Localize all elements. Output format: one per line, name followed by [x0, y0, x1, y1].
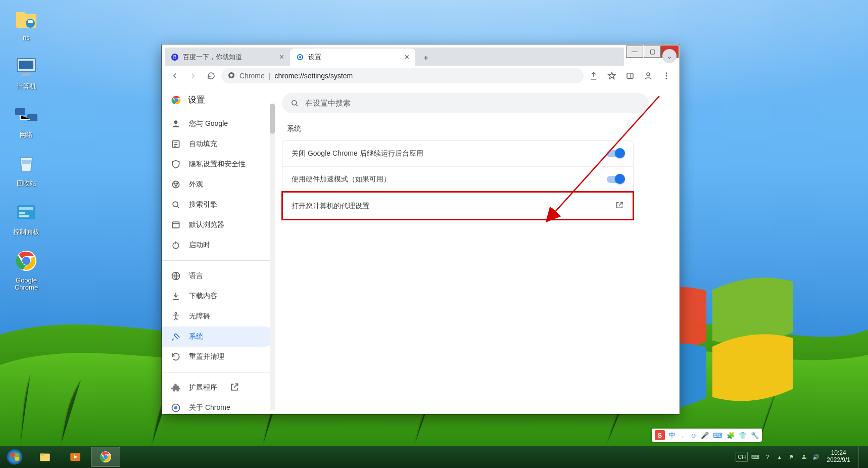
- ime-toolbar[interactable]: S 中 ， ☺ 🎤 ⌨ 🧩 👕 🔧: [652, 429, 762, 442]
- back-button[interactable]: [167, 68, 183, 84]
- nav-you-and-google[interactable]: 您与 Google: [162, 114, 275, 134]
- open-external-icon: [229, 382, 239, 394]
- toolbar: Chrome | chrome://settings/system: [162, 66, 680, 86]
- svg-point-37: [175, 313, 176, 314]
- show-desktop-button[interactable]: [858, 446, 865, 468]
- tab-baidu[interactable]: B 百度一下，你就知道 ×: [165, 49, 290, 66]
- tray-clock[interactable]: 10:24 2022/9/1: [824, 448, 855, 465]
- desktop-icon-recycle[interactable]: 回收站: [4, 150, 49, 187]
- nav-downloads[interactable]: 下载内容: [162, 286, 275, 306]
- nav-about[interactable]: 关于 Chrome: [162, 398, 275, 418]
- omnibox-separator: |: [269, 72, 271, 80]
- ime-keyboard-icon[interactable]: ⌨: [713, 432, 722, 439]
- svg-point-19: [230, 74, 232, 76]
- gear-favicon-icon: [296, 53, 304, 61]
- window-minimize-button[interactable]: —: [626, 45, 643, 58]
- tray-ime-keyboard-icon[interactable]: ⌨: [751, 452, 760, 461]
- svg-point-42: [7, 449, 23, 465]
- tray-lang[interactable]: CH: [736, 452, 748, 462]
- row-background-apps: 关闭 Google Chrome 后继续运行后台应用: [282, 141, 633, 166]
- nav-on-startup[interactable]: 启动时: [162, 235, 275, 255]
- ime-tool-icon[interactable]: 🧩: [727, 432, 735, 439]
- svg-rect-20: [627, 73, 633, 79]
- nav-languages-label: 语言: [189, 271, 203, 280]
- ime-punct-icon[interactable]: ，: [680, 431, 686, 440]
- svg-point-22: [666, 72, 667, 74]
- tab-settings-close-icon[interactable]: ×: [405, 53, 409, 62]
- ime-menu-icon[interactable]: 🔧: [751, 432, 759, 439]
- window-maximize-button[interactable]: ▢: [644, 45, 661, 58]
- ime-emoji-icon[interactable]: ☺: [690, 432, 697, 439]
- nav-divider-2: [162, 372, 275, 372]
- nav-you-and-google-label: 您与 Google: [189, 119, 228, 128]
- tray-time: 10:24: [827, 450, 850, 457]
- profile-button[interactable]: [640, 68, 656, 84]
- settings-app-header: 设置: [162, 86, 275, 114]
- bookmark-button[interactable]: [604, 68, 620, 84]
- settings-sidebar: 设置 您与 Google 自动填充 隐私设置和安全性 外观 搜索引擎 默认浏览器…: [162, 86, 275, 414]
- desktop-icon-network[interactable]: 网络: [4, 101, 49, 138]
- tray-volume-icon[interactable]: 🔊: [811, 452, 821, 461]
- nav-appearance[interactable]: 外观: [162, 174, 275, 195]
- nav-downloads-label: 下载内容: [189, 292, 217, 301]
- nav-system[interactable]: 系统: [162, 326, 275, 347]
- desktop-icon-ns[interactable]: ns: [4, 4, 49, 41]
- svg-point-30: [174, 183, 175, 184]
- desktop-icon-chrome-label: Google Chrome: [4, 277, 49, 292]
- tab-overflow-button[interactable]: ⌄: [662, 49, 677, 63]
- share-button[interactable]: [586, 68, 602, 84]
- tray-network-icon[interactable]: 🖧: [799, 452, 808, 461]
- taskbar-chrome[interactable]: [91, 447, 120, 467]
- svg-rect-10: [19, 215, 29, 217]
- nav-search-engine[interactable]: 搜索引擎: [162, 195, 275, 215]
- taskbar-mediaplayer[interactable]: [61, 447, 90, 467]
- desktop-icon-chrome[interactable]: Google Chrome: [4, 247, 49, 292]
- nav-accessibility[interactable]: 无障碍: [162, 306, 275, 326]
- nav-privacy[interactable]: 隐私设置和安全性: [162, 154, 275, 174]
- section-title-system: 系统: [287, 124, 672, 133]
- nav-reset[interactable]: 重置并清理: [162, 347, 275, 367]
- nav-languages[interactable]: 语言: [162, 266, 275, 286]
- desktop-icon-computer[interactable]: 计算机: [4, 53, 49, 90]
- open-external-icon: [615, 201, 624, 211]
- ime-lang[interactable]: 中: [669, 431, 676, 440]
- tab-baidu-close-icon[interactable]: ×: [279, 53, 284, 62]
- start-button[interactable]: [0, 446, 29, 468]
- system-tray: CH ⌨ ? ▴ ⚑ 🖧 🔊 10:24 2022/9/1: [736, 446, 868, 468]
- nav-appearance-label: 外观: [189, 180, 203, 189]
- ime-mic-icon[interactable]: 🎤: [701, 432, 709, 439]
- nav-autofill-label: 自动填充: [189, 139, 217, 149]
- forward-button[interactable]: [185, 68, 201, 84]
- omnibox[interactable]: Chrome | chrome://settings/system: [221, 68, 584, 83]
- nav-default-browser[interactable]: 默认浏览器: [162, 215, 275, 235]
- svg-point-29: [172, 181, 179, 188]
- chrome-window: — ▢ ✕ B 百度一下，你就知道 × 设置 × + ⌄ Chrom: [162, 44, 680, 414]
- nav-default-browser-label: 默认浏览器: [189, 220, 224, 229]
- toggle-hardware-accel[interactable]: [607, 176, 624, 183]
- row-background-apps-label: 关闭 Google Chrome 后继续运行后台应用: [292, 149, 607, 158]
- new-tab-button[interactable]: +: [418, 51, 433, 66]
- search-icon: [290, 99, 299, 108]
- sidepanel-button[interactable]: [622, 68, 638, 84]
- baidu-favicon-icon: B: [171, 53, 179, 61]
- taskbar-explorer[interactable]: [30, 447, 60, 467]
- toggle-background-apps[interactable]: [607, 150, 624, 157]
- tray-action-center-icon[interactable]: ⚑: [787, 452, 796, 461]
- tray-help-icon[interactable]: ?: [763, 452, 772, 461]
- nav-autofill[interactable]: 自动填充: [162, 134, 275, 154]
- sidebar-scrollbar-thumb[interactable]: [270, 104, 275, 134]
- nav-extensions[interactable]: 扩展程序: [162, 378, 275, 398]
- svg-rect-6: [27, 114, 37, 121]
- svg-point-17: [299, 56, 301, 58]
- chrome-menu-button[interactable]: [658, 68, 674, 84]
- desktop-icon-controlpanel[interactable]: 控制面板: [4, 198, 49, 236]
- row-proxy-settings[interactable]: 打开您计算机的代理设置: [282, 192, 633, 219]
- ime-skin-icon[interactable]: 👕: [739, 432, 747, 439]
- desktop-icon-recycle-label: 回收站: [4, 180, 49, 187]
- nav-system-label: 系统: [189, 332, 203, 341]
- tab-settings[interactable]: 设置 ×: [290, 49, 415, 66]
- svg-rect-1: [28, 20, 33, 23]
- reload-button[interactable]: [203, 68, 219, 84]
- tray-chevron-up-icon[interactable]: ▴: [775, 452, 784, 461]
- settings-search[interactable]: 在设置中搜索: [282, 93, 649, 113]
